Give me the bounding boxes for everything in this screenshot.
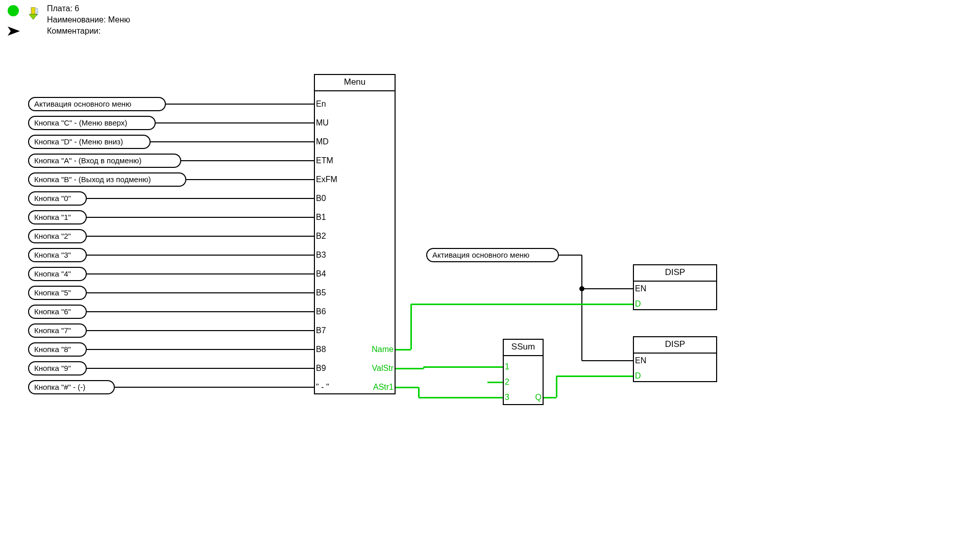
wire bbox=[87, 292, 314, 293]
input-capsule-7[interactable]: Кнопка "2" bbox=[28, 229, 87, 243]
wire bbox=[396, 387, 419, 388]
header-board: Плата: 6 bbox=[47, 4, 79, 13]
ssum-block-title: SSum bbox=[504, 340, 543, 356]
input-capsule-label-6: Кнопка "1" bbox=[34, 213, 71, 221]
wire bbox=[87, 198, 314, 199]
wire bbox=[87, 236, 314, 237]
disp-block-2-title: DISP bbox=[634, 337, 716, 354]
input-capsule-4[interactable]: Кнопка "B" - (Выход из подменю) bbox=[28, 172, 186, 187]
activation-capsule-right[interactable]: Активация основного меню bbox=[426, 248, 559, 262]
disp2-EN: EN bbox=[635, 356, 646, 365]
menu-out-AStr1: AStr1 bbox=[23, 383, 394, 392]
disp2-D: D bbox=[635, 371, 641, 381]
wire-junction bbox=[579, 286, 584, 291]
wire bbox=[87, 311, 314, 312]
menu-port-B2: B2 bbox=[316, 232, 326, 241]
input-capsule-2[interactable]: Кнопка "D" - (Меню вниз) bbox=[28, 135, 151, 149]
wire bbox=[410, 304, 412, 349]
header-name: Наименование: Меню bbox=[47, 15, 130, 24]
input-capsule-label-2: Кнопка "D" - (Меню вниз) bbox=[34, 137, 123, 146]
cursor-icon bbox=[8, 27, 22, 37]
wire bbox=[411, 304, 633, 305]
input-capsule-label-10: Кнопка "5" bbox=[34, 288, 71, 297]
wire bbox=[156, 122, 314, 123]
wire bbox=[186, 179, 314, 180]
wire bbox=[556, 376, 557, 397]
input-capsule-label-11: Кнопка "6" bbox=[34, 307, 71, 316]
menu-port-B5: B5 bbox=[316, 288, 326, 297]
menu-out-ValStr: ValStr bbox=[23, 364, 394, 373]
wire bbox=[87, 273, 314, 274]
input-capsule-label-7: Кнопка "2" bbox=[34, 232, 71, 240]
disp1-D: D bbox=[635, 299, 641, 309]
input-capsule-label-5: Кнопка "0" bbox=[34, 194, 71, 203]
svg-rect-0 bbox=[31, 7, 35, 14]
diagram-canvas: 01 10 01 Плата: 6 Наименование: Меню Ком… bbox=[0, 0, 766, 439]
input-capsule-label-1: Кнопка "C" - (Меню вверх) bbox=[34, 118, 127, 127]
input-capsule-label-4: Кнопка "B" - (Выход из подменю) bbox=[34, 175, 151, 184]
menu-port-B4: B4 bbox=[316, 269, 326, 279]
input-capsule-11[interactable]: Кнопка "6" bbox=[28, 305, 87, 319]
wire bbox=[166, 104, 314, 105]
activation-capsule-right-label: Активация основного меню bbox=[432, 251, 529, 259]
input-capsule-12[interactable]: Кнопка "7" bbox=[28, 323, 87, 338]
input-capsule-3[interactable]: Кнопка "A" - (Вход в подменю) bbox=[28, 154, 181, 168]
input-capsule-1[interactable]: Кнопка "C" - (Меню вверх) bbox=[28, 116, 156, 130]
status-dot-icon bbox=[8, 5, 19, 16]
menu-port-B3: B3 bbox=[316, 251, 326, 260]
ssum-in-1: 1 bbox=[505, 362, 509, 371]
disp1-EN: EN bbox=[635, 284, 646, 293]
input-capsule-label-12: Кнопка "7" bbox=[34, 326, 71, 335]
input-capsule-5[interactable]: Кнопка "0" bbox=[28, 191, 87, 206]
menu-port-MD: MD bbox=[316, 137, 329, 146]
menu-port-B7: B7 bbox=[316, 326, 326, 335]
wire bbox=[581, 255, 582, 361]
disp-block-1-title: DISP bbox=[634, 265, 716, 282]
wire bbox=[544, 397, 556, 398]
svg-marker-5 bbox=[8, 27, 20, 36]
menu-port-En: En bbox=[316, 99, 326, 109]
menu-port-ETM: ETM bbox=[316, 156, 333, 165]
menu-port-B1: B1 bbox=[316, 213, 326, 222]
menu-port-B6: B6 bbox=[316, 307, 326, 316]
input-capsule-10[interactable]: Кнопка "5" bbox=[28, 286, 87, 300]
wire bbox=[556, 375, 633, 377]
wire bbox=[559, 255, 582, 256]
wire bbox=[181, 160, 314, 161]
wire bbox=[487, 382, 503, 383]
wire bbox=[87, 330, 314, 331]
input-capsule-label-0: Активация основного меню bbox=[34, 99, 131, 108]
input-capsule-0[interactable]: Активация основного меню bbox=[28, 97, 166, 111]
wire bbox=[87, 217, 314, 218]
ssum-out-Q: Q bbox=[320, 393, 542, 402]
wire bbox=[396, 368, 424, 369]
input-capsule-9[interactable]: Кнопка "4" bbox=[28, 267, 87, 281]
download-arrow-icon: 01 10 01 bbox=[28, 7, 38, 20]
wire bbox=[87, 255, 314, 256]
menu-out-Name: Name bbox=[23, 345, 394, 354]
menu-port-MU: MU bbox=[316, 118, 329, 128]
wire bbox=[582, 288, 633, 289]
wire bbox=[396, 349, 411, 350]
wire bbox=[424, 366, 503, 368]
header-comments: Комментарии: bbox=[47, 27, 101, 36]
input-capsule-label-9: Кнопка "4" bbox=[34, 269, 71, 278]
svg-text:01: 01 bbox=[36, 13, 38, 16]
ssum-in-2: 2 bbox=[505, 378, 509, 387]
menu-port-ExFM: ExFM bbox=[316, 175, 337, 184]
input-capsule-8[interactable]: Кнопка "3" bbox=[28, 248, 87, 262]
input-capsule-label-8: Кнопка "3" bbox=[34, 251, 71, 259]
wire bbox=[582, 360, 633, 361]
wire bbox=[151, 141, 314, 142]
menu-port-B0: B0 bbox=[316, 194, 326, 203]
input-capsule-6[interactable]: Кнопка "1" bbox=[28, 210, 87, 224]
menu-block-title: Menu bbox=[315, 75, 395, 91]
input-capsule-label-3: Кнопка "A" - (Вход в подменю) bbox=[34, 156, 141, 165]
